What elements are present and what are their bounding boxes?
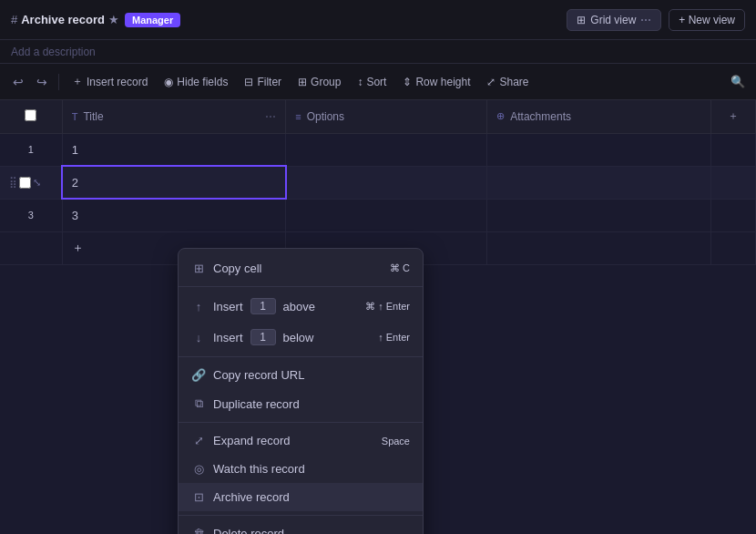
description-bar[interactable]: Add a description — [0, 40, 756, 64]
watch-icon: ◎ — [191, 462, 206, 476]
filter-label: Filter — [257, 76, 281, 88]
sort-icon: ↕ — [357, 76, 363, 88]
row-2-checkbox[interactable] — [19, 177, 31, 189]
group-button[interactable]: ⊞ Group — [291, 72, 348, 92]
row-3-attachments[interactable] — [487, 199, 711, 231]
expand-icon: ⤢ — [191, 434, 206, 447]
insert-below-item[interactable]: ↓ Insert 1 below ↑ Enter — [179, 322, 423, 353]
add-column-header[interactable]: ＋ — [710, 100, 755, 133]
hide-fields-label: Hide fields — [177, 76, 228, 88]
hide-fields-button[interactable]: ◉ Hide fields — [157, 72, 235, 92]
page-title: Archive record — [21, 13, 105, 26]
table-header-row: T Title ⋯ ≡ Options ⊕ Attachments — [0, 100, 756, 133]
share-label: Share — [499, 76, 528, 88]
insert-record-icon: ＋ — [72, 74, 83, 89]
watch-record-item[interactable]: ◎ Watch this record — [179, 455, 423, 483]
row-height-button[interactable]: ⇕ Row height — [395, 72, 477, 92]
context-menu: ⊞ Copy cell ⌘ C ↑ Insert 1 above ⌘ ↑ Ent… — [178, 248, 424, 534]
row-3-title[interactable]: 3 — [62, 199, 286, 231]
row-1-options[interactable] — [286, 133, 487, 166]
insert-above-label: Insert — [213, 300, 243, 313]
row-1-attachments[interactable] — [487, 133, 711, 166]
new-view-button[interactable]: + New view — [669, 9, 745, 31]
options-col-label: Options — [307, 110, 344, 123]
add-row-num — [0, 231, 62, 264]
hide-fields-icon: ◉ — [164, 76, 173, 88]
table-body: 1 1 ⣿ ⤡ 2 — [0, 133, 756, 264]
copy-cell-label: Copy cell — [213, 262, 261, 275]
view-options-icon[interactable]: ⋯ — [640, 14, 651, 26]
search-icon[interactable]: 🔍 — [727, 71, 749, 92]
row-3-options[interactable] — [286, 199, 487, 231]
top-bar: # Archive record ★ Manager ⊞ Grid view ⋯… — [0, 0, 756, 40]
sort-button[interactable]: ↕ Sort — [350, 72, 393, 92]
grid-view-label: Grid view — [590, 14, 636, 26]
delete-record-item[interactable]: 🗑 Delete record — [179, 519, 423, 534]
undo-button[interactable]: ↩ — [7, 71, 29, 93]
insert-above-item[interactable]: ↑ Insert 1 above ⌘ ↑ Enter — [179, 291, 423, 322]
star-icon[interactable]: ★ — [108, 13, 119, 26]
row-2-options[interactable] — [286, 166, 487, 199]
copy-record-url-item[interactable]: 🔗 Copy record URL — [179, 361, 423, 389]
row-1-extra — [710, 133, 755, 166]
duplicate-icon: ⧉ — [191, 396, 206, 411]
row-1-num: 1 — [0, 133, 62, 166]
copy-cell-icon: ⊞ — [191, 262, 206, 275]
filter-icon: ⊟ — [244, 76, 253, 88]
options-column-header[interactable]: ≡ Options — [286, 100, 487, 133]
group-label: Group — [311, 76, 341, 88]
row-1-title[interactable]: 1 — [62, 133, 286, 166]
attach-col-icon: ⊕ — [496, 110, 505, 122]
copy-cell-item[interactable]: ⊞ Copy cell ⌘ C — [179, 254, 423, 282]
row-height-icon: ⇕ — [403, 76, 412, 88]
breadcrumb: # Archive record ★ — [11, 13, 119, 26]
archive-record-item[interactable]: ⊡ Archive record — [179, 483, 423, 511]
title-col-menu-icon[interactable]: ⋯ — [265, 110, 276, 123]
row-2-attachments[interactable] — [487, 166, 711, 199]
manager-badge: Manager — [125, 13, 180, 27]
row-3-num: 3 — [0, 199, 62, 231]
ctx-divider-2 — [179, 356, 423, 357]
insert-below-direction: below — [283, 331, 314, 344]
title-column-header[interactable]: T Title ⋯ — [62, 100, 286, 133]
attach-col-label: Attachments — [510, 110, 571, 123]
insert-above-shortcut: ⌘ ↑ Enter — [365, 301, 410, 313]
archive-record-label: Archive record — [213, 490, 290, 504]
duplicate-record-label: Duplicate record — [213, 397, 300, 411]
attachments-column-header[interactable]: ⊕ Attachments — [487, 100, 711, 133]
insert-below-icon: ↓ — [191, 331, 206, 344]
group-icon: ⊞ — [298, 76, 307, 88]
insert-above-count[interactable]: 1 — [250, 298, 276, 314]
grid-view-button[interactable]: ⊞ Grid view ⋯ — [567, 9, 661, 31]
ctx-divider-4 — [179, 515, 423, 516]
filter-button[interactable]: ⊟ Filter — [237, 72, 289, 92]
share-button[interactable]: ⤢ Share — [479, 72, 536, 92]
insert-above-direction: above — [283, 300, 315, 313]
hash-icon: # — [11, 13, 17, 26]
insert-record-button[interactable]: ＋ Insert record — [65, 70, 155, 93]
select-all-checkbox[interactable] — [25, 109, 36, 121]
delete-icon: 🗑 — [191, 527, 206, 534]
copy-record-url-label: Copy record URL — [213, 368, 304, 382]
expand-row-icon[interactable]: ⤡ — [33, 177, 41, 189]
duplicate-record-item[interactable]: ⧉ Duplicate record — [179, 389, 423, 418]
expand-record-item[interactable]: ⤢ Expand record Space — [179, 426, 423, 455]
table-row: 1 1 — [0, 133, 756, 166]
expand-record-shortcut: Space — [382, 436, 410, 447]
row-select-header[interactable] — [0, 100, 62, 133]
copy-url-icon: 🔗 — [191, 368, 206, 382]
table-container: T Title ⋯ ≡ Options ⊕ Attachments — [0, 100, 756, 534]
row-2-title[interactable]: 2 — [62, 166, 286, 199]
redo-button[interactable]: ↪ — [31, 71, 53, 93]
top-bar-left: # Archive record ★ Manager — [11, 13, 180, 27]
grid-icon: ⊞ — [577, 14, 586, 26]
table-row: ⣿ ⤡ 2 — [0, 166, 756, 199]
insert-below-shortcut: ↑ Enter — [378, 332, 410, 343]
row-2-extra — [710, 166, 755, 199]
table-row: 3 3 — [0, 199, 756, 231]
ctx-divider-1 — [179, 286, 423, 287]
archive-icon: ⊡ — [191, 490, 206, 504]
insert-below-count[interactable]: 1 — [250, 329, 276, 345]
insert-below-label: Insert — [213, 331, 243, 344]
drag-handle-icon[interactable]: ⣿ — [9, 176, 17, 189]
